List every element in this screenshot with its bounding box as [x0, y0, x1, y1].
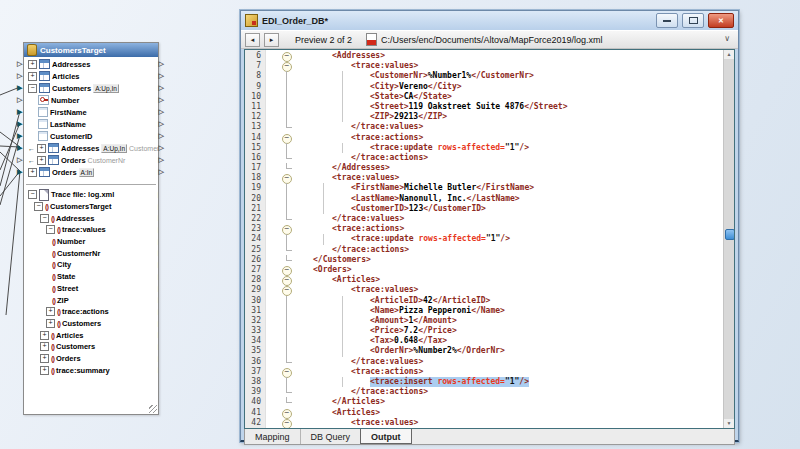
expander-icon[interactable]: +: [37, 144, 46, 153]
tree-item-state[interactable]: ()State▷: [24, 271, 158, 283]
code-line-18[interactable]: 18−<trace:values>: [245, 173, 724, 183]
tree-item-trace-values[interactable]: −()trace:values▷: [24, 224, 158, 236]
code-line-15[interactable]: 15<trace:update rows-affected="1"/>: [245, 143, 724, 153]
output-connector-icon[interactable]: ▷: [159, 60, 164, 67]
component-row-articles[interactable]: ▷+Articles▷: [24, 70, 158, 82]
code-line-16[interactable]: 16</trace:actions>: [245, 153, 724, 163]
expander-icon[interactable]: +: [28, 72, 37, 81]
vertical-scrollbar[interactable]: ▲ ▼: [723, 50, 734, 428]
tree-item-customernr[interactable]: ()CustomerNr▷: [24, 247, 158, 259]
connector-icon[interactable]: ▷: [17, 72, 22, 79]
code-line-12[interactable]: 12<ZIP>29213</ZIP>: [245, 112, 724, 122]
code-line-9[interactable]: 9<City>Vereno</City>: [245, 82, 724, 92]
output-connector-icon[interactable]: ▷: [159, 168, 164, 175]
forward-button[interactable]: ▸: [264, 33, 279, 47]
close-button[interactable]: ✕: [708, 13, 734, 28]
output-connector-icon[interactable]: ▷: [159, 120, 164, 127]
action-badge[interactable]: A:Up,In: [93, 84, 119, 93]
tree-item-customerstarget[interactable]: −()CustomersTarget▷: [24, 201, 158, 213]
tree-item-number[interactable]: ()Number▷: [24, 236, 158, 248]
tree-item-trace-summary[interactable]: +()trace:summary▷: [24, 364, 158, 376]
component-row-customerid[interactable]: ▶CustomerID▷: [24, 130, 158, 142]
code-line-37[interactable]: 37−<trace:actions>: [245, 367, 724, 377]
expander-icon[interactable]: +: [28, 60, 37, 69]
code-line-24[interactable]: 24<trace:update rows-affected="1"/>: [245, 234, 724, 244]
expander-icon[interactable]: +: [46, 319, 55, 328]
output-connector-icon[interactable]: ▷: [159, 96, 164, 103]
code-line-33[interactable]: 33<Price>7.2</Price>: [245, 326, 724, 336]
component-row-addresses[interactable]: ▶←+AddressesA:Up,InCustomerNr▷: [24, 142, 158, 154]
expander-icon[interactable]: +: [40, 366, 49, 375]
code-line-11[interactable]: 11<Street>119 Oakstreet Suite 4876</Stre…: [245, 102, 724, 112]
code-line-14[interactable]: 14−<trace:actions>: [245, 133, 724, 143]
code-line-27[interactable]: 27−<Orders>: [245, 265, 724, 275]
tree-item-orders[interactable]: +()Orders▷: [24, 353, 158, 365]
code-line-25[interactable]: 25</trace:actions>: [245, 245, 724, 255]
expander-icon[interactable]: +: [28, 168, 37, 177]
output-connector-icon[interactable]: ▷: [159, 156, 164, 163]
code-line-35[interactable]: 35<OrderNr>%Number2%</OrderNr>: [245, 346, 724, 356]
code-line-41[interactable]: 41−<Articles>: [245, 408, 724, 418]
back-button[interactable]: ◂: [245, 33, 260, 47]
customers-target-component[interactable]: CustomersTarget ▷+Addresses▷▷+Articles▷▶…: [23, 42, 159, 415]
scrollbar-thumb[interactable]: [725, 229, 735, 240]
code-line-31[interactable]: 31<Name>Pizza Pepperoni</Name>: [245, 306, 724, 316]
code-line-38[interactable]: 38<trace:insert rows-affected="1"/>: [245, 377, 724, 387]
code-line-21[interactable]: 21<CustomerID>123</CustomerID>: [245, 204, 724, 214]
code-line-19[interactable]: 19<FirstName>Michelle Butler</FirstName>: [245, 183, 724, 193]
code-line-7[interactable]: 7−<trace:values>: [245, 61, 724, 71]
code-line-22[interactable]: 22</trace:values>: [245, 214, 724, 224]
component-row-lastname[interactable]: ▶LastName▷: [24, 118, 158, 130]
scroll-up-icon[interactable]: ▲: [724, 50, 734, 59]
input-connector-icon[interactable]: ▶: [17, 84, 22, 91]
restore-button[interactable]: [682, 13, 704, 28]
component-row-orders[interactable]: ▶+OrdersA:In▷: [24, 166, 158, 178]
component-header[interactable]: CustomersTarget: [24, 43, 158, 57]
code-line-30[interactable]: 30<ArticleID>42</ArticleID>: [245, 296, 724, 306]
chevron-down-icon[interactable]: ∨: [724, 34, 730, 43]
input-connector-icon[interactable]: ▶: [17, 108, 22, 115]
code-line-10[interactable]: 10<State>CA</State>: [245, 92, 724, 102]
expander-icon[interactable]: −: [28, 190, 37, 199]
component-row-customers[interactable]: ▶−CustomersA:Up,In▷: [24, 82, 158, 94]
code-line-32[interactable]: 32<Amount>1</Amount>: [245, 316, 724, 326]
code-line-20[interactable]: 20<LastName>Nanonull, Inc.</LastName>: [245, 194, 724, 204]
fold-collapse-icon[interactable]: −: [282, 419, 292, 429]
tab-db-query[interactable]: DB Query: [301, 429, 362, 444]
output-connector-icon[interactable]: ▷: [159, 108, 164, 115]
component-row-firstname[interactable]: ▶FirstName▷: [24, 106, 158, 118]
code-line-23[interactable]: 23−<trace:actions>: [245, 224, 724, 234]
expander-icon[interactable]: +: [40, 331, 49, 340]
input-connector-icon[interactable]: ▶: [17, 132, 22, 139]
file-path[interactable]: C:/Users/enc/Documents/Altova/MapForce20…: [381, 35, 734, 45]
tree-item-zip[interactable]: ()ZIP▷: [24, 294, 158, 306]
component-row-orders[interactable]: ▷←+OrdersCustomerNr▷: [24, 154, 158, 166]
window-titlebar[interactable]: EDI_Order_DB* ✕: [241, 11, 738, 30]
tree-item-trace-actions[interactable]: +()trace:actions▷: [24, 306, 158, 318]
output-connector-icon[interactable]: ▷: [159, 84, 164, 91]
xml-output-editor[interactable]: 6−<Addresses>7−<trace:values>8<CustomerN…: [244, 49, 735, 429]
code-line-39[interactable]: 39</trace:actions>: [245, 387, 724, 397]
action-badge[interactable]: A:Up,In: [101, 144, 127, 153]
tab-mapping[interactable]: Mapping: [245, 429, 301, 444]
tree-item-trace-file-log-xml[interactable]: −Trace file: log.xml▷: [24, 189, 158, 201]
tree-item-articles[interactable]: +()Articles▷: [24, 329, 158, 341]
expander-icon[interactable]: −: [40, 214, 49, 223]
code-line-8[interactable]: 8<CustomerNr>%Number1%</CustomerNr>: [245, 71, 724, 81]
code-line-28[interactable]: 28−<Articles>: [245, 275, 724, 285]
expander-icon[interactable]: +: [40, 354, 49, 363]
scroll-down-icon[interactable]: ▼: [724, 419, 734, 428]
code-line-34[interactable]: 34<Tax>0.648</Tax>: [245, 336, 724, 346]
expander-icon[interactable]: −: [34, 202, 43, 211]
code-line-26[interactable]: 26</Customers>: [245, 255, 724, 265]
input-connector-icon[interactable]: ▶: [17, 120, 22, 127]
tree-item-addresses[interactable]: −()Addresses▷: [24, 212, 158, 224]
code-line-36[interactable]: 36</trace:values>: [245, 357, 724, 367]
tree-item-street[interactable]: ()Street▷: [24, 283, 158, 295]
connector-icon[interactable]: ▷: [17, 96, 22, 103]
tab-output[interactable]: Output: [360, 428, 412, 444]
expander-icon[interactable]: +: [46, 307, 55, 316]
resize-grip[interactable]: [149, 405, 157, 413]
code-line-29[interactable]: 29−<trace:values>: [245, 285, 724, 295]
expander-icon[interactable]: +: [37, 156, 46, 165]
